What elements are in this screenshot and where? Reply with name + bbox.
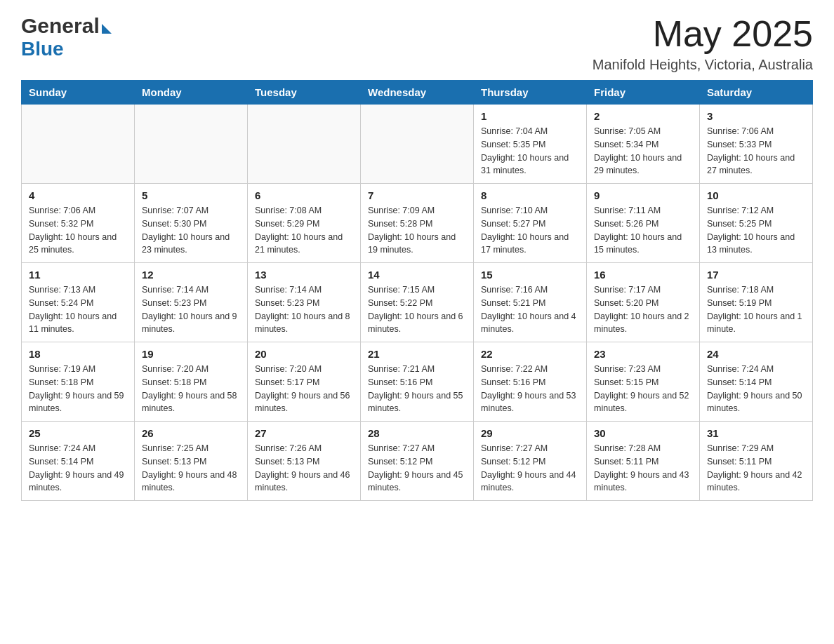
day-number: 1 (481, 110, 579, 122)
day-number: 29 (481, 427, 579, 439)
day-number: 17 (707, 269, 805, 281)
day-info: Sunrise: 7:29 AMSunset: 5:11 PMDaylight:… (707, 442, 805, 495)
day-info: Sunrise: 7:09 AMSunset: 5:28 PMDaylight:… (368, 204, 466, 257)
calendar-cell (135, 105, 248, 184)
calendar-week-row: 11Sunrise: 7:13 AMSunset: 5:24 PMDayligh… (22, 263, 813, 342)
day-info: Sunrise: 7:12 AMSunset: 5:25 PMDaylight:… (707, 204, 805, 257)
calendar-cell: 24Sunrise: 7:24 AMSunset: 5:14 PMDayligh… (700, 342, 813, 422)
day-number: 6 (255, 189, 353, 201)
calendar-cell: 18Sunrise: 7:19 AMSunset: 5:18 PMDayligh… (22, 342, 135, 422)
day-info: Sunrise: 7:10 AMSunset: 5:27 PMDaylight:… (481, 204, 579, 257)
day-number: 23 (594, 348, 692, 360)
calendar-cell: 10Sunrise: 7:12 AMSunset: 5:25 PMDayligh… (700, 184, 813, 263)
day-number: 9 (594, 189, 692, 201)
day-number: 10 (707, 189, 805, 201)
day-number: 11 (29, 269, 127, 281)
day-info: Sunrise: 7:16 AMSunset: 5:21 PMDaylight:… (481, 283, 579, 336)
day-number: 31 (707, 427, 805, 439)
day-info: Sunrise: 7:18 AMSunset: 5:19 PMDaylight:… (707, 283, 805, 336)
day-info: Sunrise: 7:07 AMSunset: 5:30 PMDaylight:… (142, 204, 240, 257)
day-number: 18 (29, 348, 127, 360)
day-info: Sunrise: 7:26 AMSunset: 5:13 PMDaylight:… (255, 442, 353, 495)
day-info: Sunrise: 7:05 AMSunset: 5:34 PMDaylight:… (594, 125, 692, 177)
location-subtitle: Manifold Heights, Victoria, Australia (593, 57, 813, 73)
calendar-header-tuesday: Tuesday (248, 81, 361, 105)
calendar-cell: 15Sunrise: 7:16 AMSunset: 5:21 PMDayligh… (474, 263, 587, 342)
calendar-cell: 16Sunrise: 7:17 AMSunset: 5:20 PMDayligh… (587, 263, 700, 342)
logo-general-text: General (21, 14, 100, 38)
calendar-week-row: 1Sunrise: 7:04 AMSunset: 5:35 PMDaylight… (22, 105, 813, 184)
logo-triangle-icon (102, 24, 112, 34)
calendar-cell: 29Sunrise: 7:27 AMSunset: 5:12 PMDayligh… (474, 422, 587, 501)
calendar-cell: 4Sunrise: 7:06 AMSunset: 5:32 PMDaylight… (22, 184, 135, 263)
calendar-cell: 14Sunrise: 7:15 AMSunset: 5:22 PMDayligh… (361, 263, 474, 342)
day-info: Sunrise: 7:11 AMSunset: 5:26 PMDaylight:… (594, 204, 692, 257)
day-number: 4 (29, 189, 127, 201)
calendar-header-saturday: Saturday (700, 81, 813, 105)
calendar-cell: 6Sunrise: 7:08 AMSunset: 5:29 PMDaylight… (248, 184, 361, 263)
day-info: Sunrise: 7:24 AMSunset: 5:14 PMDaylight:… (707, 363, 805, 415)
calendar-cell: 23Sunrise: 7:23 AMSunset: 5:15 PMDayligh… (587, 342, 700, 422)
day-info: Sunrise: 7:19 AMSunset: 5:18 PMDaylight:… (29, 363, 127, 415)
page-header: General Blue May 2025 Manifold Heights, … (21, 14, 813, 73)
calendar-cell: 7Sunrise: 7:09 AMSunset: 5:28 PMDaylight… (361, 184, 474, 263)
calendar-cell: 20Sunrise: 7:20 AMSunset: 5:17 PMDayligh… (248, 342, 361, 422)
calendar-cell: 25Sunrise: 7:24 AMSunset: 5:14 PMDayligh… (22, 422, 135, 501)
day-number: 15 (481, 269, 579, 281)
calendar-cell: 21Sunrise: 7:21 AMSunset: 5:16 PMDayligh… (361, 342, 474, 422)
calendar-cell: 27Sunrise: 7:26 AMSunset: 5:13 PMDayligh… (248, 422, 361, 501)
calendar-cell: 26Sunrise: 7:25 AMSunset: 5:13 PMDayligh… (135, 422, 248, 501)
day-number: 28 (368, 427, 466, 439)
day-number: 26 (142, 427, 240, 439)
day-number: 20 (255, 348, 353, 360)
day-number: 14 (368, 269, 466, 281)
day-info: Sunrise: 7:28 AMSunset: 5:11 PMDaylight:… (594, 442, 692, 495)
day-info: Sunrise: 7:15 AMSunset: 5:22 PMDaylight:… (368, 283, 466, 336)
calendar-cell: 3Sunrise: 7:06 AMSunset: 5:33 PMDaylight… (700, 105, 813, 184)
day-info: Sunrise: 7:14 AMSunset: 5:23 PMDaylight:… (255, 283, 353, 336)
title-block: May 2025 Manifold Heights, Victoria, Aus… (593, 14, 813, 73)
calendar-week-row: 18Sunrise: 7:19 AMSunset: 5:18 PMDayligh… (22, 342, 813, 422)
calendar-cell: 11Sunrise: 7:13 AMSunset: 5:24 PMDayligh… (22, 263, 135, 342)
calendar-week-row: 25Sunrise: 7:24 AMSunset: 5:14 PMDayligh… (22, 422, 813, 501)
calendar-cell: 31Sunrise: 7:29 AMSunset: 5:11 PMDayligh… (700, 422, 813, 501)
day-info: Sunrise: 7:25 AMSunset: 5:13 PMDaylight:… (142, 442, 240, 495)
calendar-cell: 9Sunrise: 7:11 AMSunset: 5:26 PMDaylight… (587, 184, 700, 263)
calendar-cell: 19Sunrise: 7:20 AMSunset: 5:18 PMDayligh… (135, 342, 248, 422)
calendar-header-sunday: Sunday (22, 81, 135, 105)
day-number: 19 (142, 348, 240, 360)
calendar-cell (248, 105, 361, 184)
day-info: Sunrise: 7:27 AMSunset: 5:12 PMDaylight:… (368, 442, 466, 495)
calendar-cell (361, 105, 474, 184)
day-info: Sunrise: 7:17 AMSunset: 5:20 PMDaylight:… (594, 283, 692, 336)
day-number: 27 (255, 427, 353, 439)
day-number: 25 (29, 427, 127, 439)
day-number: 8 (481, 189, 579, 201)
calendar-cell: 30Sunrise: 7:28 AMSunset: 5:11 PMDayligh… (587, 422, 700, 501)
day-number: 12 (142, 269, 240, 281)
calendar-cell (22, 105, 135, 184)
day-number: 22 (481, 348, 579, 360)
day-number: 24 (707, 348, 805, 360)
day-info: Sunrise: 7:14 AMSunset: 5:23 PMDaylight:… (142, 283, 240, 336)
day-info: Sunrise: 7:21 AMSunset: 5:16 PMDaylight:… (368, 363, 466, 415)
day-number: 2 (594, 110, 692, 122)
day-number: 7 (368, 189, 466, 201)
day-info: Sunrise: 7:23 AMSunset: 5:15 PMDaylight:… (594, 363, 692, 415)
calendar-cell: 1Sunrise: 7:04 AMSunset: 5:35 PMDaylight… (474, 105, 587, 184)
day-info: Sunrise: 7:13 AMSunset: 5:24 PMDaylight:… (29, 283, 127, 336)
calendar-header-thursday: Thursday (474, 81, 587, 105)
calendar-header-row: SundayMondayTuesdayWednesdayThursdayFrid… (22, 81, 813, 105)
logo: General Blue (21, 14, 112, 60)
day-info: Sunrise: 7:04 AMSunset: 5:35 PMDaylight:… (481, 125, 579, 177)
month-title: May 2025 (593, 14, 813, 54)
day-number: 5 (142, 189, 240, 201)
calendar-cell: 22Sunrise: 7:22 AMSunset: 5:16 PMDayligh… (474, 342, 587, 422)
day-number: 30 (594, 427, 692, 439)
day-info: Sunrise: 7:08 AMSunset: 5:29 PMDaylight:… (255, 204, 353, 257)
calendar-cell: 12Sunrise: 7:14 AMSunset: 5:23 PMDayligh… (135, 263, 248, 342)
day-info: Sunrise: 7:06 AMSunset: 5:33 PMDaylight:… (707, 125, 805, 177)
calendar-header-wednesday: Wednesday (361, 81, 474, 105)
logo-blue-text: Blue (21, 38, 112, 60)
calendar-table: SundayMondayTuesdayWednesdayThursdayFrid… (21, 80, 813, 501)
